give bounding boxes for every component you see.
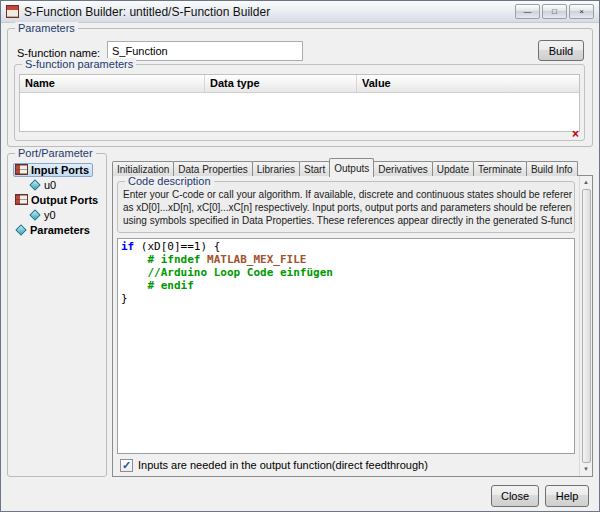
close-button[interactable]: Close xyxy=(491,485,539,507)
code-description-group: Code description Enter your C-code or ca… xyxy=(117,181,575,233)
sfunction-builder-window: S-Function Builder: untitled/S-Function … xyxy=(0,0,600,512)
port-diamond-icon xyxy=(29,179,40,190)
window-controls: — □ × xyxy=(515,4,594,19)
sfunction-name-input[interactable] xyxy=(107,41,303,61)
port-diamond-icon xyxy=(15,224,26,235)
tab-terminate[interactable]: Terminate xyxy=(473,161,527,176)
delete-parameter-icon[interactable]: × xyxy=(572,128,579,140)
feedthrough-label[interactable]: Inputs are needed in the output function… xyxy=(138,459,428,471)
tree-item-input-ports[interactable]: Input Ports xyxy=(13,163,93,177)
tab-derivatives[interactable]: Derivatives xyxy=(373,161,432,176)
code-line: # ifndef MATLAB_MEX_FILE xyxy=(121,253,571,266)
close-window-icon[interactable]: × xyxy=(569,4,594,19)
sfunction-parameters-label: S-function parameters xyxy=(22,58,136,70)
port-diamond-icon xyxy=(29,209,40,220)
column-header-value: Value xyxy=(357,75,579,92)
titlebar: S-Function Builder: untitled/S-Function … xyxy=(1,1,599,23)
tree-item-label: y0 xyxy=(44,209,56,221)
window-title: S-Function Builder: untitled/S-Function … xyxy=(24,5,270,19)
code-editor[interactable]: if (xD[0]==1) { # ifndef MATLAB_MEX_FILE… xyxy=(117,238,575,454)
vertical-scrollbar[interactable]: ▲ ▼ xyxy=(579,176,592,476)
port-tree: Input Portsu0Output Portsy0Parameters xyxy=(10,162,104,237)
parameters-group-label: Parameters xyxy=(15,22,78,34)
feedthrough-row: ✓ Inputs are needed in the output functi… xyxy=(120,458,428,472)
sfunction-parameters-group: S-function parameters Name Data type Val… xyxy=(14,64,585,141)
code-line: # endif xyxy=(121,279,571,292)
scroll-down-icon[interactable]: ▼ xyxy=(580,463,592,476)
maximize-icon[interactable]: □ xyxy=(542,4,567,19)
column-header-name: Name xyxy=(20,75,205,92)
tab-content-pane: Code description Enter your C-code or ca… xyxy=(112,175,593,477)
tree-row: Parameters xyxy=(10,222,104,237)
tab-outputs[interactable]: Outputs xyxy=(329,158,374,177)
code-line: if (xD[0]==1) { xyxy=(121,240,571,253)
code-line: //Arduino Loop Code einfügen xyxy=(121,266,571,279)
parameters-group: Parameters S-function name: Build S-func… xyxy=(7,28,593,147)
parameters-table: Name Data type Value xyxy=(19,74,580,132)
parameters-table-body xyxy=(20,93,579,131)
tab-start[interactable]: Start xyxy=(299,161,330,176)
tab-data-properties[interactable]: Data Properties xyxy=(173,161,252,176)
description-line: using symbols specified in Data Properti… xyxy=(123,214,572,227)
scrollbar-thumb[interactable] xyxy=(582,189,591,463)
tree-row: u0 xyxy=(10,177,104,192)
parameters-table-header: Name Data type Value xyxy=(20,75,579,93)
code-description-text: Enter your C-code or call your algorithm… xyxy=(123,188,572,227)
tree-row: Input Ports xyxy=(10,162,104,177)
port-block-icon xyxy=(15,164,28,175)
tab-libraries[interactable]: Libraries xyxy=(252,161,300,176)
description-line: Enter your C-code or call your algorithm… xyxy=(123,188,572,201)
description-line: as xD[0]...xD[n], xC[0]...xC[n] respecti… xyxy=(123,201,572,214)
code-description-label: Code description xyxy=(125,175,214,187)
tree-item-label: Parameters xyxy=(30,224,90,236)
app-icon xyxy=(6,5,19,18)
tree-item-label: u0 xyxy=(44,179,56,191)
port-block-icon xyxy=(15,194,28,205)
tree-item-label: Output Ports xyxy=(31,194,98,206)
tree-item-parameters[interactable]: Parameters xyxy=(13,223,94,237)
code-line: } xyxy=(121,292,571,305)
tab-update[interactable]: Update xyxy=(432,161,474,176)
build-button[interactable]: Build xyxy=(538,40,584,61)
tab-bar: InitializationData PropertiesLibrariesSt… xyxy=(112,158,593,176)
tab-initialization[interactable]: Initialization xyxy=(112,161,174,176)
minimize-icon[interactable]: — xyxy=(515,4,540,19)
tree-item-y0[interactable]: y0 xyxy=(27,208,60,222)
help-button[interactable]: Help xyxy=(545,485,589,507)
port-parameter-label: Port/Parameter xyxy=(15,147,96,159)
scroll-up-icon[interactable]: ▲ xyxy=(580,176,592,189)
tree-row: y0 xyxy=(10,207,104,222)
feedthrough-checkbox[interactable]: ✓ xyxy=(120,459,133,472)
column-header-data-type: Data type xyxy=(205,75,357,92)
tree-item-output-ports[interactable]: Output Ports xyxy=(13,193,102,207)
tree-row: Output Ports xyxy=(10,192,104,207)
tab-build-info[interactable]: Build Info xyxy=(526,161,578,176)
port-parameter-group: Port/Parameter Input Portsu0Output Ports… xyxy=(7,153,107,477)
tree-item-label: Input Ports xyxy=(31,164,89,176)
tree-item-u0[interactable]: u0 xyxy=(27,178,60,192)
